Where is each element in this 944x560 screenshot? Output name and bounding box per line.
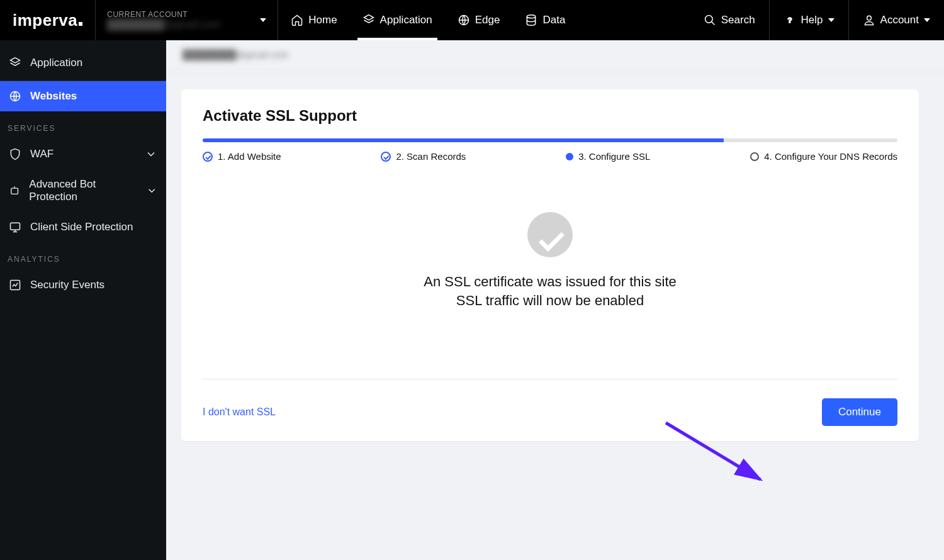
home-icon (291, 14, 303, 26)
nav-data-label: Data (542, 14, 565, 26)
progress-bar (203, 138, 897, 142)
layers-icon (9, 57, 21, 69)
step-scan-records: 2. Scan Records (381, 151, 466, 162)
database-icon (525, 14, 537, 26)
chevron-down-icon (145, 148, 157, 160)
sidebar-waf[interactable]: WAF (0, 139, 166, 169)
step-label: 2. Scan Records (396, 151, 466, 162)
help-icon: ? (784, 14, 796, 26)
chevron-down-icon (260, 18, 266, 22)
check-circle-icon (381, 152, 391, 162)
svg-line-10 (666, 423, 760, 479)
page-title: Activate SSL Support (203, 107, 897, 125)
ssl-card: Activate SSL Support 1. Add Website 2. S… (181, 89, 919, 441)
nav-data[interactable]: Data (512, 0, 578, 40)
continue-button[interactable]: Continue (822, 398, 897, 426)
monitor-icon (9, 221, 21, 233)
shield-icon (9, 148, 21, 160)
message-line-2: SSL traffic will now be enabled (203, 291, 897, 310)
sidebar-bot-protection[interactable]: Advanced Bot Protection (0, 169, 166, 212)
nav-search[interactable]: Search (690, 0, 769, 40)
svg-rect-8 (11, 223, 20, 230)
sidebar-services-header: SERVICES (0, 111, 166, 139)
bot-icon (9, 184, 20, 197)
sidebar-security-events[interactable]: Security Events (0, 270, 166, 300)
nav-home-label: Home (308, 14, 337, 26)
nav-application-label: Application (380, 14, 432, 26)
check-circle-icon (203, 152, 213, 162)
sidebar-waf-label: WAF (30, 148, 53, 160)
step-add-website: 1. Add Website (203, 151, 281, 162)
step-label: 1. Add Website (218, 151, 281, 162)
layers-icon (362, 14, 375, 26)
nav-search-label: Search (721, 14, 755, 26)
logo-text: imperva (13, 11, 77, 30)
step-configure-dns: 4. Configure Your DNS Records (750, 151, 897, 162)
top-nav: imperva CURRENT ACCOUNT ████████@gmail.c… (0, 0, 944, 40)
content-area: ████████@gmail.com Activate SSL Support … (166, 40, 944, 560)
check-icon (527, 212, 573, 257)
svg-point-1 (527, 15, 536, 18)
nav-center: Home Application Edge Data (278, 0, 578, 40)
account-value: ████████@gmail.com (107, 19, 246, 30)
nav-account[interactable]: Account (848, 0, 944, 40)
account-label: CURRENT ACCOUNT (107, 10, 246, 19)
sidebar-websites-label: Websites (30, 90, 77, 103)
nav-account-label: Account (880, 14, 919, 26)
svg-rect-7 (11, 188, 18, 194)
search-icon (704, 14, 716, 26)
user-icon (863, 14, 875, 26)
logo: imperva (0, 0, 96, 40)
steps: 1. Add Website 2. Scan Records 3. Config… (203, 151, 897, 162)
nav-edge[interactable]: Edge (445, 0, 513, 40)
nav-right: Search ? Help Account (690, 0, 944, 40)
dot-icon (566, 153, 573, 160)
nav-home[interactable]: Home (278, 0, 349, 40)
nav-help[interactable]: ? Help (769, 0, 848, 40)
nav-edge-label: Edge (475, 14, 500, 26)
annotation-arrow-icon (660, 417, 773, 492)
account-selector[interactable]: CURRENT ACCOUNT ████████@gmail.com (96, 0, 278, 40)
card-footer: I don't want SSL Continue (203, 379, 897, 426)
sidebar-application[interactable]: Application (0, 45, 166, 81)
chevron-down-icon (924, 18, 930, 22)
step-configure-ssl: 3. Configure SSL (566, 151, 650, 162)
step-label: 3. Configure SSL (578, 151, 650, 162)
sidebar-analytics-header: ANALYTICS (0, 242, 166, 270)
breadcrumb: ████████@gmail.com (166, 40, 944, 72)
chevron-down-icon (146, 184, 157, 197)
progress-fill (203, 138, 724, 142)
chevron-down-icon (828, 18, 834, 22)
globe-icon (458, 14, 470, 26)
svg-text:?: ? (787, 16, 792, 24)
message-line-1: An SSL certificate was issued for this s… (203, 272, 897, 291)
sidebar-application-label: Application (30, 57, 82, 69)
svg-point-5 (867, 16, 871, 20)
chart-icon (9, 279, 21, 291)
nav-help-label: Help (801, 14, 823, 26)
skip-ssl-link[interactable]: I don't want SSL (203, 406, 276, 418)
nav-application[interactable]: Application (350, 0, 445, 40)
globe-icon (9, 90, 21, 103)
sidebar-websites[interactable]: Websites (0, 81, 166, 111)
circle-icon (750, 152, 759, 161)
sidebar-client-side-protection[interactable]: Client Side Protection (0, 212, 166, 242)
sidebar-csp-label: Client Side Protection (30, 221, 133, 233)
sidebar-sec-events-label: Security Events (30, 279, 104, 291)
success-message: An SSL certificate was issued for this s… (203, 187, 897, 379)
step-label: 4. Configure Your DNS Records (764, 151, 897, 162)
sidebar: Application Websites SERVICES WAF Advanc… (0, 40, 166, 560)
sidebar-bot-label: Advanced Bot Protection (29, 178, 137, 203)
svg-point-2 (705, 16, 712, 23)
